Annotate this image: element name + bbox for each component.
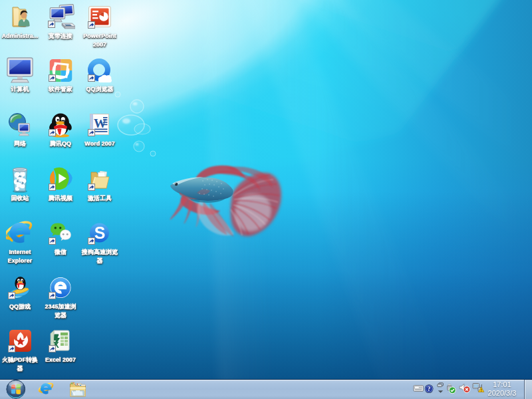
svg-text:S: S bbox=[94, 223, 106, 242]
svg-text:?: ? bbox=[428, 386, 431, 392]
svg-text:W: W bbox=[94, 116, 106, 130]
